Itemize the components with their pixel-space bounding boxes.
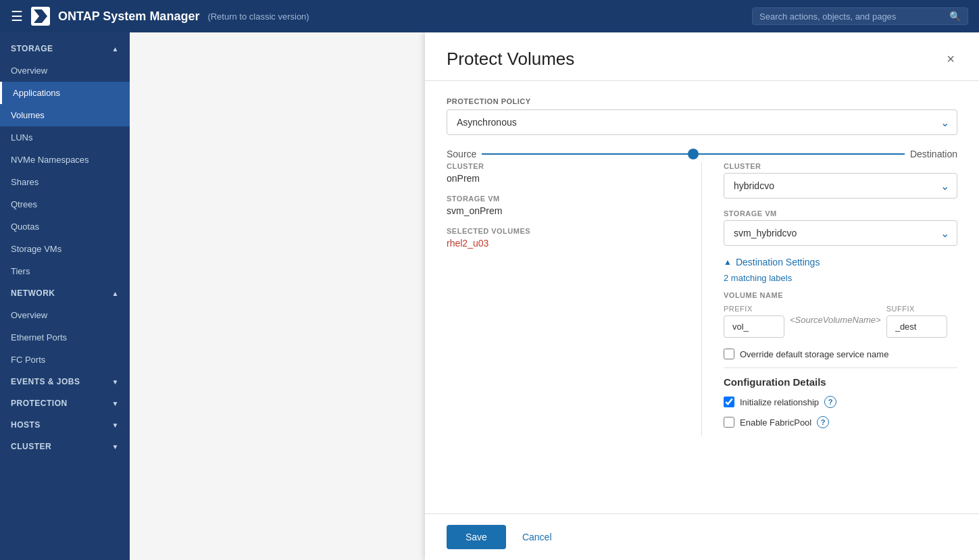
sidebar-item-label: FC Ports [11,355,45,365]
sidebar-item-label: Storage VMs [11,244,61,254]
sidebar-item-net-overview[interactable]: Overview [0,304,130,326]
storage-chevron-icon: ▲ [112,45,119,53]
sidebar-item-label: Ethernet Ports [11,332,67,342]
dest-storage-vm-select-wrapper: svm_hybridcvo ⌄ [724,220,957,246]
sidebar-item-storage-vms[interactable]: Storage VMs [0,238,130,260]
protection-chevron-icon: ▼ [112,400,119,407]
return-classic-link[interactable]: (Return to classic version) [207,11,309,22]
protection-policy-group: PROTECTION POLICY Asynchronous ⌄ [447,97,957,135]
dest-storage-vm-select[interactable]: svm_hybridcvo [724,220,957,246]
events-section-toggle[interactable]: EVENTS & JOBS ▼ [0,371,130,392]
source-cluster-group: CLUSTER onPrem [447,162,685,184]
hosts-section-label: HOSTS [11,420,41,430]
dest-cluster-group: CLUSTER hybridcvo ⌄ [724,162,957,199]
sidebar-item-ethernet-ports[interactable]: Ethernet Ports [0,326,130,349]
sidebar-item-label: Volumes [11,110,45,120]
modal-header: Protect Volumes × [425,32,979,81]
menu-icon[interactable]: ☰ [11,8,23,24]
override-storage-checkbox[interactable] [724,349,734,359]
dest-cluster-select-wrapper: hybridcvo ⌄ [724,173,957,199]
hosts-chevron-icon: ▼ [112,422,119,429]
sidebar-item-label: Qtrees [11,199,37,209]
sidebar-item-luns[interactable]: LUNs [0,126,130,149]
sidebar-item-volumes[interactable]: Volumes [0,104,130,126]
modal-footer: Save Cancel [425,513,979,560]
sidebar-item-shares[interactable]: Shares [0,171,130,193]
destination-settings-toggle[interactable]: ▲ Destination Settings [724,257,957,268]
matching-labels-link[interactable]: 2 matching labels [724,273,957,283]
fabricpool-help-icon[interactable]: ? [817,416,829,428]
sidebar-item-label: Quotas [11,222,39,232]
volume-name-section: VOLUME NAME PREFIX <SourceVolumeName> [724,291,957,338]
sidebar: STORAGE ▲ Overview Applications Volumes … [0,32,130,560]
prefix-input[interactable] [724,315,784,338]
sidebar-item-tiers[interactable]: Tiers [0,260,130,282]
events-section-label: EVENTS & JOBS [11,377,80,386]
prefix-col: PREFIX [724,305,784,338]
initialize-relationship-row: Initialize relationship ? [724,396,957,408]
sidebar-item-nvme[interactable]: NVMe Namespaces [0,149,130,171]
storage-section-label: STORAGE [11,44,53,53]
protection-policy-select[interactable]: Asynchronous [447,109,957,135]
cancel-button[interactable]: Cancel [514,525,560,549]
override-storage-row: Override default storage service name [724,349,957,359]
initialize-relationship-checkbox[interactable] [724,397,734,407]
sidebar-item-label: Overview [11,310,47,320]
search-input[interactable] [759,11,944,22]
flow-midpoint-dot [688,149,699,159]
topbar: ☰ ONTAP System Manager (Return to classi… [0,0,979,32]
network-section-toggle[interactable]: NETWORK ▲ [0,282,130,304]
events-chevron-icon: ▼ [112,378,119,386]
sidebar-item-label: Applications [13,88,60,98]
protect-volumes-panel: Protect Volumes × PROTECTION POLICY Asyn… [425,32,979,560]
search-bar: 🔍 [752,7,968,25]
source-column: CLUSTER onPrem STORAGE VM svm_onPrem SEL… [447,162,702,436]
protection-policy-label: PROTECTION POLICY [447,97,957,105]
source-storage-vm-label: STORAGE VM [447,195,685,203]
dest-cluster-select[interactable]: hybridcvo [724,173,957,199]
close-button[interactable]: × [944,49,957,70]
override-storage-label: Override default storage service name [740,349,888,359]
storage-section-toggle[interactable]: STORAGE ▲ [0,38,130,59]
modal-title: Protect Volumes [447,49,944,70]
destination-column: CLUSTER hybridcvo ⌄ STORAGE VM [702,162,957,436]
protection-policy-select-wrapper: Asynchronous ⌄ [447,109,957,135]
sidebar-item-qtrees[interactable]: Qtrees [0,193,130,215]
protection-section-toggle[interactable]: PROTECTION ▼ [0,392,130,414]
protection-section-label: PROTECTION [11,399,68,408]
suffix-input[interactable] [886,315,947,338]
sidebar-item-fc-ports[interactable]: FC Ports [0,349,130,371]
config-divider [724,367,957,368]
source-dest-grid: CLUSTER onPrem STORAGE VM svm_onPrem SEL… [447,162,957,436]
source-volume-placeholder: <SourceVolumeName> [790,315,881,325]
dest-cluster-label: CLUSTER [724,162,957,170]
hosts-section-toggle[interactable]: HOSTS ▼ [0,414,130,436]
cluster-section-toggle[interactable]: CLUSTER ▼ [0,436,130,457]
modal-body: PROTECTION POLICY Asynchronous ⌄ Source … [425,81,979,513]
flow-source-label: Source [447,149,476,159]
main-layout: STORAGE ▲ Overview Applications Volumes … [0,32,979,560]
source-volumes-label: SELECTED VOLUMES [447,227,685,235]
destination-settings-content: 2 matching labels VOLUME NAME PREFIX [724,273,957,428]
flow-row: Source Destination [447,149,957,159]
network-chevron-icon: ▲ [112,290,119,297]
content-area: Protect Volumes × PROTECTION POLICY Asyn… [130,32,979,560]
source-cluster-value: onPrem [447,173,685,184]
sidebar-item-overview[interactable]: Overview [0,59,130,82]
search-icon: 🔍 [949,11,961,22]
enable-fabricpool-checkbox[interactable] [724,417,734,428]
source-volumes-value: rhel2_u03 [447,238,685,249]
sidebar-item-applications[interactable]: Applications [0,82,130,104]
enable-fabricpool-label: Enable FabricPool [740,417,811,428]
suffix-col: SUFFIX [886,305,947,338]
save-button[interactable]: Save [447,525,506,549]
prefix-label: PREFIX [724,305,784,313]
cluster-chevron-icon: ▼ [112,443,119,451]
volume-name-label: VOLUME NAME [724,291,957,299]
source-cluster-label: CLUSTER [447,162,685,170]
sidebar-item-quotas[interactable]: Quotas [0,215,130,238]
flow-track [482,153,905,155]
logo [31,7,50,26]
initialize-help-icon[interactable]: ? [824,396,836,408]
initialize-relationship-label: Initialize relationship [740,397,819,407]
